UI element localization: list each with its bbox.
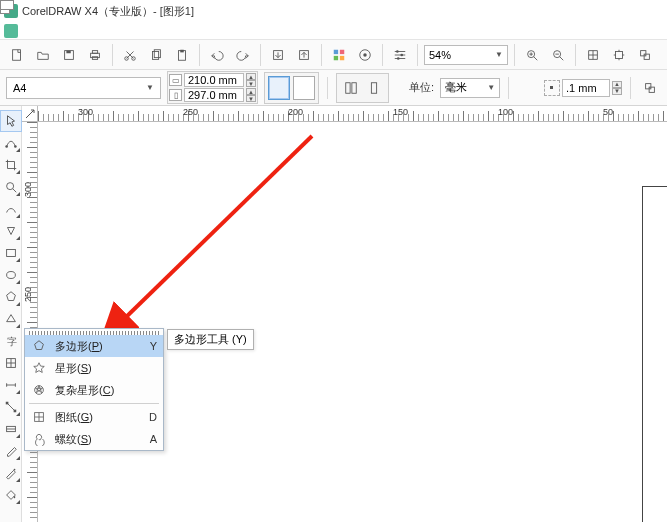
all-pages-button[interactable] bbox=[341, 77, 361, 99]
flyout-item[interactable]: 图纸(G)D bbox=[25, 406, 163, 428]
polygon-icon bbox=[31, 338, 47, 354]
spin-up[interactable]: ▲ bbox=[612, 81, 622, 88]
flyout-item[interactable]: 多边形(P)Y bbox=[25, 335, 163, 357]
spin-up[interactable]: ▲ bbox=[246, 88, 256, 95]
snap-grid-button[interactable] bbox=[582, 44, 604, 66]
svg-point-19 bbox=[363, 53, 367, 57]
separator bbox=[260, 44, 261, 66]
zoom-out-button[interactable] bbox=[547, 44, 569, 66]
canvas-area[interactable]: 300 250 200 150 100 50 300 250 多边形(P)Y星形… bbox=[22, 106, 667, 522]
standard-toolbar: 54% ▼ bbox=[0, 40, 667, 70]
table-tool[interactable] bbox=[0, 352, 22, 374]
zoom-in-button[interactable] bbox=[521, 44, 543, 66]
snap-guides-button[interactable] bbox=[608, 44, 630, 66]
horizontal-ruler[interactable]: 300 250 200 150 100 50 bbox=[38, 106, 667, 122]
vertical-ruler[interactable]: 300 250 bbox=[22, 122, 38, 522]
shape-tool[interactable] bbox=[0, 132, 22, 154]
outline-tool[interactable] bbox=[0, 462, 22, 484]
spin-down[interactable]: ▼ bbox=[612, 88, 622, 95]
svg-rect-9 bbox=[154, 49, 160, 57]
svg-rect-29 bbox=[352, 82, 356, 93]
pick-tool[interactable] bbox=[0, 110, 22, 132]
separator bbox=[508, 77, 509, 99]
duplicate-distance-button[interactable] bbox=[639, 77, 661, 99]
smart-fill-tool[interactable] bbox=[0, 220, 22, 242]
redo-button[interactable] bbox=[232, 44, 254, 66]
svg-rect-30 bbox=[371, 82, 376, 93]
welcome-button[interactable] bbox=[354, 44, 376, 66]
page-dimensions: ▭ 210.0 mm ▲▼ ▯ 297.0 mm ▲▼ bbox=[167, 71, 258, 104]
grid-icon bbox=[31, 409, 47, 425]
svg-rect-27 bbox=[644, 54, 649, 59]
chevron-down-icon: ▼ bbox=[146, 83, 154, 92]
svg-rect-36 bbox=[7, 250, 16, 257]
flyout-item[interactable]: 星形(S) bbox=[25, 357, 163, 379]
nudge-icon bbox=[544, 80, 560, 96]
connector-tool[interactable] bbox=[0, 396, 22, 418]
app-launcher-button[interactable] bbox=[328, 44, 350, 66]
print-button[interactable] bbox=[84, 44, 106, 66]
interactive-tool[interactable] bbox=[0, 418, 22, 440]
open-button[interactable] bbox=[32, 44, 54, 66]
separator bbox=[575, 44, 576, 66]
paper-size-select[interactable]: A4 ▼ bbox=[6, 77, 161, 99]
spin-down[interactable]: ▼ bbox=[246, 80, 256, 87]
separator bbox=[382, 44, 383, 66]
text-tool[interactable]: 字 bbox=[0, 330, 22, 352]
polygon-tool[interactable] bbox=[0, 286, 22, 308]
orientation-group bbox=[264, 72, 319, 104]
ruler-origin[interactable] bbox=[22, 106, 38, 122]
svg-point-35 bbox=[7, 183, 14, 190]
ellipse-tool[interactable] bbox=[0, 264, 22, 286]
rectangle-tool[interactable] bbox=[0, 242, 22, 264]
flyout-item[interactable]: 复杂星形(C) bbox=[25, 379, 163, 401]
page-width-input[interactable]: 210.0 mm bbox=[184, 73, 244, 87]
nudge-input[interactable]: .1 mm bbox=[562, 79, 610, 97]
new-button[interactable] bbox=[6, 44, 28, 66]
portrait-button[interactable] bbox=[268, 76, 290, 100]
flyout-label: 图纸(G) bbox=[55, 410, 137, 425]
zoom-select[interactable]: 54% ▼ bbox=[424, 45, 508, 65]
flyout-shortcut: A bbox=[150, 433, 157, 445]
title-bar: CorelDRAW X4（专业版）- [图形1] bbox=[0, 0, 667, 22]
menu-bar[interactable] bbox=[0, 22, 667, 40]
svg-point-37 bbox=[7, 272, 16, 279]
svg-point-21 bbox=[400, 53, 403, 56]
current-page-button[interactable] bbox=[364, 77, 384, 99]
save-button[interactable] bbox=[58, 44, 80, 66]
export-button[interactable] bbox=[293, 44, 315, 66]
snap-objects-button[interactable] bbox=[634, 44, 656, 66]
copy-button[interactable] bbox=[145, 44, 167, 66]
svg-rect-26 bbox=[641, 50, 646, 55]
svg-rect-11 bbox=[180, 49, 184, 52]
import-button[interactable] bbox=[267, 44, 289, 66]
spin-up[interactable]: ▲ bbox=[246, 73, 256, 80]
separator bbox=[630, 77, 631, 99]
basic-shapes-tool[interactable] bbox=[0, 308, 22, 330]
options-button[interactable] bbox=[389, 44, 411, 66]
landscape-button[interactable] bbox=[293, 76, 315, 100]
crop-tool[interactable] bbox=[0, 154, 22, 176]
svg-rect-25 bbox=[616, 51, 623, 58]
svg-rect-4 bbox=[92, 50, 97, 53]
fill-tool[interactable] bbox=[0, 484, 22, 506]
svg-rect-16 bbox=[334, 55, 338, 59]
svg-point-43 bbox=[14, 469, 16, 471]
freehand-tool[interactable] bbox=[0, 198, 22, 220]
flyout-shortcut: D bbox=[149, 411, 157, 423]
units-label: 单位: bbox=[409, 80, 434, 95]
annotation-arrow-icon bbox=[102, 126, 322, 336]
spin-down[interactable]: ▼ bbox=[246, 95, 256, 102]
svg-rect-0 bbox=[13, 49, 21, 60]
paste-button[interactable] bbox=[171, 44, 193, 66]
eyedropper-tool[interactable] bbox=[0, 440, 22, 462]
page-height-input[interactable]: 297.0 mm bbox=[184, 88, 244, 102]
dimension-tool[interactable] bbox=[0, 374, 22, 396]
flyout-item[interactable]: 螺纹(S)A bbox=[25, 428, 163, 450]
cut-button[interactable] bbox=[119, 44, 141, 66]
document-icon bbox=[4, 24, 18, 38]
undo-button[interactable] bbox=[206, 44, 228, 66]
units-select[interactable]: 毫米 ▼ bbox=[440, 78, 500, 98]
zoom-tool[interactable] bbox=[0, 176, 22, 198]
separator bbox=[321, 44, 322, 66]
